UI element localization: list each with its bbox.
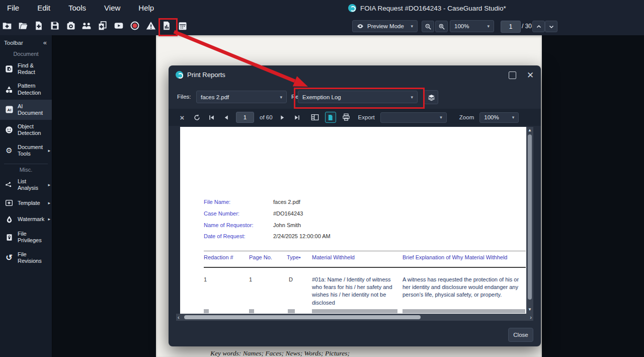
sidebar-item-pattern-detection[interactable]: Pattern Detection [0, 79, 52, 99]
video-icon[interactable] [113, 20, 124, 31]
chevron-down-icon: ▾ [280, 95, 282, 100]
field-label: File Name: [204, 199, 230, 205]
parameters-panel-icon[interactable] [310, 113, 319, 122]
viewer-zoom-value: 100% [484, 114, 499, 120]
chevron-down-icon: ▾ [512, 115, 515, 120]
files-dropdown[interactable]: faces 2.pdf ▾ [196, 91, 287, 103]
cell-page-number: 1 [249, 276, 252, 283]
report-page-total: of 60 [260, 114, 273, 120]
submenu-arrow-icon: ▸ [48, 148, 50, 153]
next-page-button[interactable] [545, 21, 557, 32]
report-horizontal-scrollbar[interactable]: ‹ › [176, 314, 533, 321]
list-analysis-icon [5, 180, 14, 189]
save-icon[interactable] [49, 20, 60, 31]
col-header-redaction: Redaction # [204, 254, 233, 260]
warning-icon[interactable] [145, 20, 156, 31]
refresh-icon[interactable] [192, 113, 201, 122]
viewer-zoom-dropdown[interactable]: 100% ▾ [479, 112, 519, 123]
previous-page-icon[interactable] [221, 113, 230, 122]
sidebar-item-file-privileges[interactable]: File Privileges [0, 227, 52, 247]
previous-page-button[interactable] [532, 21, 545, 32]
sidebar-section-document: Document [0, 51, 52, 57]
report-preview-page: File Name: faces 2.pdf Case Number: #DO1… [180, 127, 526, 314]
sidebar-item-watermark[interactable]: Watermark ▸ [0, 211, 52, 227]
sidebar-item-document-tools[interactable]: ⚙ Document Tools ▸ [0, 140, 52, 161]
print-icon[interactable] [342, 113, 351, 122]
cancel-render-icon[interactable]: × [178, 113, 187, 122]
next-page-icon[interactable] [278, 113, 287, 122]
file-plus-icon[interactable] [33, 20, 44, 31]
people-redact-icon[interactable] [81, 20, 92, 31]
preview-mode-dropdown[interactable]: Preview Mode ▾ [352, 20, 418, 32]
page-view-active-icon[interactable] [325, 112, 336, 123]
submenu-arrow-icon: ▸ [48, 182, 50, 188]
vertical-scroll-thumb[interactable] [528, 134, 532, 300]
find-redact-icon [5, 64, 14, 74]
record-icon[interactable] [129, 20, 140, 31]
field-value: 2/24/2025 12:00:00 AM [273, 233, 331, 239]
menu-view[interactable]: View [104, 4, 120, 12]
field-value: #DO164243 [273, 210, 303, 217]
table-header-rule [204, 267, 526, 268]
copy-page-icon[interactable] [97, 20, 108, 31]
sidebar-collapse-button[interactable]: « [43, 39, 47, 46]
scroll-right-icon[interactable]: › [530, 314, 532, 321]
col-header-type: Type• [287, 254, 301, 260]
menu-tools[interactable]: Tools [68, 4, 86, 12]
zoom-level-dropdown[interactable]: 100% ▾ [450, 20, 494, 32]
folder-open-icon[interactable] [18, 20, 29, 31]
folder-plus-icon[interactable] [2, 20, 13, 31]
camera-icon[interactable] [65, 20, 76, 31]
close-icon[interactable]: ✕ [527, 70, 534, 81]
scroll-left-icon[interactable]: ‹ [178, 314, 180, 321]
zoom-out-button[interactable] [422, 21, 434, 32]
sidebar-title: Toolbar [4, 40, 23, 46]
document-keywords-line: Key words: Names; Faces; News; Words; Pi… [210, 349, 350, 357]
menu-file[interactable]: File [7, 4, 19, 12]
sidebar-section-misc: Misc. [0, 167, 52, 173]
sidebar-item-find-redact[interactable]: Find & Redact [0, 59, 52, 79]
report-page-input[interactable] [236, 112, 254, 123]
sidebar-item-file-revisions[interactable]: ↺ File Revisions [0, 248, 52, 268]
report-viewer-toolbar: × of 60 Export ▾ Zoom [169, 109, 541, 126]
close-button[interactable]: Close [508, 328, 533, 342]
scroll-up-icon[interactable]: ▲ [526, 128, 533, 132]
viewer-zoom-label: Zoom [459, 114, 474, 120]
page-number-input[interactable] [501, 21, 521, 33]
zoom-in-button[interactable] [435, 21, 448, 32]
menu-help[interactable]: Help [138, 4, 154, 12]
last-page-icon[interactable] [293, 113, 302, 122]
field-label: Date of Request: [204, 233, 246, 239]
chevron-down-icon: ▾ [487, 24, 490, 29]
field-label: Name of Requestor: [204, 222, 253, 228]
horizontal-scroll-thumb[interactable] [184, 315, 421, 319]
sidebar-item-ai-document[interactable]: AI AI Document [0, 100, 52, 120]
first-page-icon[interactable] [207, 113, 216, 122]
sidebar-item-list-analysis[interactable]: List Analysis ▸ [0, 175, 52, 195]
cell-type: D [289, 276, 293, 283]
sidebar: Toolbar « Document Find & Redact Pattern… [0, 35, 52, 357]
calendar-icon[interactable] [177, 20, 188, 31]
export-format-dropdown[interactable]: ▾ [380, 112, 447, 123]
table-top-rule [204, 251, 526, 251]
template-icon [5, 198, 14, 207]
files-value: faces 2.pdf [201, 94, 229, 100]
cell-redaction-number: 1 [204, 276, 207, 283]
menu-edit[interactable]: Edit [37, 4, 50, 12]
scroll-down-icon[interactable]: ▼ [526, 307, 533, 312]
top-bars: File Edit Tools View Help FOIA Request #… [0, 0, 644, 35]
sidebar-item-template[interactable]: Template ▸ [0, 195, 52, 211]
maximize-icon[interactable] [509, 72, 516, 79]
app-logo-icon [348, 4, 356, 12]
chevron-down-icon: ▾ [440, 115, 442, 120]
submenu-arrow-icon: ▸ [48, 200, 50, 206]
sidebar-item-object-detection[interactable]: Object Detection [0, 120, 52, 140]
dialog-title: Print Reports [187, 71, 225, 79]
gear-icon: ⚙ [5, 146, 14, 155]
file-lock-icon [5, 233, 14, 242]
watermark-drop-icon [5, 215, 14, 224]
caseguard-logo-icon [176, 71, 183, 79]
chevron-down-icon: ▾ [411, 24, 413, 29]
layers-button[interactable] [424, 90, 438, 104]
report-vertical-scrollbar[interactable]: ▲ ▼ [526, 127, 533, 314]
